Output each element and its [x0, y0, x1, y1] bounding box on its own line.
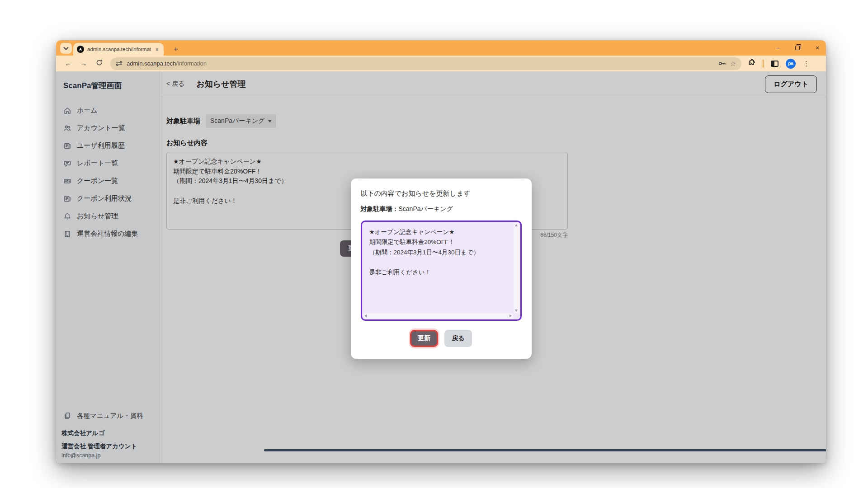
scroll-down-icon — [515, 310, 518, 312]
url-text[interactable]: admin.scanpa.tech/information — [127, 60, 714, 67]
tab-strip: admin.scanpa.tech/information × + − × — [56, 40, 826, 56]
vertical-scrollbar[interactable] — [514, 223, 519, 313]
toolbar-separator — [763, 60, 764, 68]
restore-icon — [795, 46, 800, 50]
modal-buttons: 更新 戻る — [361, 330, 522, 347]
site-info-icon[interactable] — [116, 61, 123, 66]
window-controls: − × — [774, 40, 821, 56]
extensions-puzzle-icon[interactable] — [748, 59, 755, 68]
scroll-left-icon — [364, 314, 367, 317]
new-tab-button[interactable]: + — [170, 43, 182, 55]
chevron-down-icon — [63, 47, 69, 50]
modal-title: 以下の内容でお知らせを更新します — [361, 189, 522, 198]
modal-parking-label: 対象駐車場： — [361, 205, 399, 212]
modal-update-button[interactable]: 更新 — [410, 330, 438, 347]
scroll-up-icon — [515, 224, 518, 226]
site-favicon — [77, 46, 84, 53]
preview-text: ★オープン記念キャンペーン★ 期間限定で駐車料金20%OFF！ （期間：2024… — [369, 227, 508, 277]
minimize-button[interactable]: − — [774, 44, 782, 52]
back-button[interactable]: ← — [62, 60, 74, 68]
bookmark-star-icon[interactable]: ☆ — [730, 60, 736, 68]
tab-title: admin.scanpa.tech/information — [87, 47, 151, 52]
browser-tab[interactable]: admin.scanpa.tech/information × — [73, 43, 164, 56]
horizontal-scrollbar[interactable] — [363, 313, 513, 319]
side-panel-icon[interactable] — [771, 61, 778, 67]
browser-toolbar: ← → admin.scanpa.tech/information ☆ — [56, 56, 826, 71]
scroll-right-icon — [509, 314, 512, 317]
close-window-button[interactable]: × — [813, 44, 821, 52]
profile-avatar[interactable]: pa — [786, 59, 796, 69]
page-viewport: ScanPa管理画面 ホーム アカウント一覧 ユーザ利用履歴 レポート一覧 — [56, 71, 826, 463]
toolbar-right: pa ⋮ — [748, 59, 810, 69]
modal-back-button[interactable]: 戻る — [444, 330, 472, 347]
confirm-modal: 以下の内容でお知らせを更新します 対象駐車場：ScanPaパーキング ★オープン… — [351, 178, 532, 359]
tab-search-button[interactable] — [60, 43, 72, 54]
password-key-icon[interactable] — [718, 61, 726, 66]
modal-parking-value: ScanPaパーキング — [399, 205, 453, 212]
reload-icon — [96, 59, 103, 66]
restore-button[interactable] — [793, 44, 802, 52]
address-bar[interactable]: admin.scanpa.tech/information ☆ — [110, 57, 741, 70]
reload-button[interactable] — [93, 59, 105, 68]
browser-window: admin.scanpa.tech/information × + − × ← … — [56, 40, 826, 463]
modal-parking-row: 対象駐車場：ScanPaパーキング — [361, 205, 522, 213]
announcement-preview[interactable]: ★オープン記念キャンペーン★ 期間限定で駐車料金20%OFF！ （期間：2024… — [361, 221, 522, 321]
forward-button[interactable]: → — [78, 60, 90, 68]
close-tab-icon[interactable]: × — [154, 47, 160, 52]
browser-menu-icon[interactable]: ⋮ — [803, 60, 810, 68]
